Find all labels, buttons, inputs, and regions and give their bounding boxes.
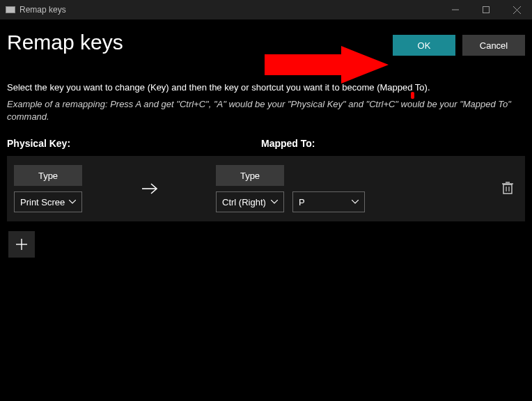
trash-icon[interactable] [501,181,514,195]
mapped-key-value: P [299,197,305,207]
column-header-mapped: Mapped To: [261,138,525,149]
physical-key-dropdown[interactable]: Print Scree [14,191,82,212]
mapping-row: Type Print Scree Type Ctrl (Right) [7,156,525,221]
physical-key-value: Print Scree [20,197,65,207]
plus-icon [15,238,28,251]
column-header-physical: Physical Key: [7,138,261,149]
title-bar: Remap keys [0,0,532,19]
arrow-right-icon [141,182,159,196]
close-button[interactable] [501,0,532,19]
svg-rect-1 [483,7,490,13]
physical-type-button[interactable]: Type [14,165,82,186]
ok-button[interactable]: OK [393,35,455,56]
page-title: Remap keys [7,31,123,54]
instructions-text: Select the key you want to change (Key) … [7,82,525,93]
cancel-button[interactable]: Cancel [462,35,525,56]
mapped-type-button[interactable]: Type [216,165,284,186]
chevron-down-icon [271,200,278,204]
app-icon [6,6,15,13]
example-text: Example of a remapping: Press A and get … [7,98,525,123]
minimize-button[interactable] [440,0,471,19]
maximize-button[interactable] [471,0,501,19]
mapped-modifier-value: Ctrl (Right) [222,197,266,207]
chevron-down-icon [352,200,359,204]
add-mapping-button[interactable] [8,231,35,258]
window-title: Remap keys [19,5,66,15]
chevron-down-icon [69,200,76,204]
mapped-key-dropdown[interactable]: P [292,191,365,212]
mapped-modifier-dropdown[interactable]: Ctrl (Right) [216,191,284,212]
svg-rect-6 [503,184,512,194]
